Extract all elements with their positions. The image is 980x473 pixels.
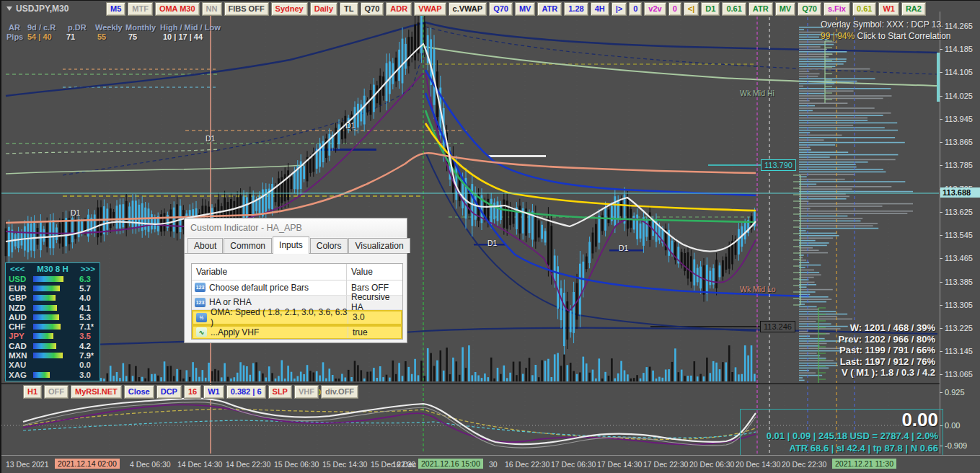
strength-value: 3.0 (69, 371, 91, 379)
time-label: 16 Dec (392, 460, 416, 469)
toolbar-button-1-28[interactable]: 1.28 (564, 2, 588, 16)
strength-bar (33, 343, 69, 349)
toolbar-button-v2v[interactable]: v2v (644, 2, 666, 16)
d1-level-label: D1 (206, 134, 215, 143)
price-level-upper-badge[interactable]: 113.790 (761, 159, 796, 171)
value-cell[interactable]: true (348, 327, 401, 339)
tab-inputs[interactable]: Inputs (273, 236, 309, 254)
time-label: 17 Dec 06:30 (551, 460, 596, 469)
value-cell[interactable]: Recursive HA (346, 296, 402, 310)
col-header: High / Mid / Low (160, 23, 221, 32)
toolbar-button-btn[interactable]: |> (612, 2, 627, 16)
correlation-overlay[interactable]: Overlay Symbol: XXX : DCP 13 99 | 94% Cl… (821, 19, 951, 42)
currency-code: XAG (9, 371, 33, 379)
toolbar-button-0-61[interactable]: 0.61 (722, 2, 746, 16)
toolbar-button-atr[interactable]: ATR (537, 2, 562, 16)
correlation-status-label: 99 | 94% Click to Start Correlation (821, 30, 951, 42)
currency-row-eur: EUR5.7 (6, 283, 100, 293)
time-label: 4 Dec 06:30 (130, 460, 171, 469)
time-label: 20 Dec 22:30 (782, 460, 826, 469)
currency-code: XAU (9, 361, 33, 369)
variable-cell: ½OMA: Speed ( 1.8, 2.1, 3.0, 3.6, 6.3 ) (193, 307, 348, 327)
tab-colors[interactable]: Colors (310, 238, 348, 253)
toolbar-button-fibs-off[interactable]: FIBS OFF (224, 2, 269, 16)
oscillator-tick: -0.909 (945, 441, 967, 450)
dialog-title: Custom Indicator - HA_APB (185, 218, 407, 237)
d1-level-label: D1 (619, 244, 628, 252)
sub-toolbar-button-off[interactable]: OFF (44, 385, 69, 399)
price-tick: 113.385 (945, 278, 973, 286)
toolbar-button-daily[interactable]: Daily (310, 2, 337, 16)
correlation-hint: Click to Start Correlation (855, 31, 950, 41)
weekly-stats-block: W: 1201 / 468 / 39%Prev: 1202 / 966 / 80… (839, 322, 935, 379)
toolbar-button-s-fix[interactable]: s.Fix (824, 2, 850, 16)
tab-visualization[interactable]: Visualization (348, 238, 410, 253)
toolbar-button-w1[interactable]: W1 (878, 2, 899, 16)
price-tick: 113.865 (945, 138, 973, 146)
sub-toolbar-button-h1[interactable]: H1 (23, 385, 42, 399)
toolbar-button-vwap[interactable]: VWAP (414, 2, 446, 16)
toolbar-button-0-61[interactable]: 0.61 (852, 2, 876, 16)
sub-toolbar-button-0-382-6[interactable]: 0.382 | 6 (226, 385, 266, 399)
toolbar-button-mv[interactable]: MV (515, 2, 536, 16)
tab-about[interactable]: About (187, 238, 223, 253)
toolbar-button-ra2[interactable]: RA2 (901, 2, 926, 16)
sub-toolbar-button-div-off[interactable]: div.OFF (321, 385, 358, 399)
indicator-info-box: 0.00 0.01 | 0.09 | 245.18 USD = 2787.4 |… (740, 409, 943, 456)
value-cell[interactable]: 3.0 (348, 311, 401, 324)
toolbar-button-mtf[interactable]: MTF (128, 2, 153, 16)
strength-bar (33, 333, 69, 339)
prev-period-button[interactable]: <<< (10, 265, 25, 273)
next-period-button[interactable]: >>> (81, 265, 95, 273)
input-row-oma-speed-1-8-2-1-3-0-3-6-6-3[interactable]: ½OMA: Speed ( 1.8, 2.1, 3.0, 3.6, 6.3 )3… (192, 310, 402, 325)
toolbar-button-tl[interactable]: TL (340, 2, 358, 16)
toolbar-button-q70[interactable]: Q70 (361, 2, 384, 16)
toolbar-button-d1[interactable]: D1 (701, 2, 720, 16)
input-row-apply-vhf[interactable]: ∿...Apply VHFtrue (192, 325, 402, 340)
price-level-lower-badge[interactable]: 113.246 (760, 321, 795, 332)
sub-toolbar-button-close[interactable]: Close (124, 385, 154, 399)
volume-bars (5, 345, 756, 381)
toolbar-button-q70[interactable]: Q70 (489, 2, 513, 16)
variable-name: HA or RHA (209, 297, 252, 307)
chart-window-title[interactable]: USDJPY,M30 (6, 4, 69, 14)
sub-toolbar-button-dcp[interactable]: DCP (156, 385, 182, 399)
toolbar-button-oma-m30[interactable]: OMA M30 (155, 2, 200, 16)
overlay-symbol-label: Overlay Symbol: XXX : DCP 13 (821, 19, 951, 30)
variable-column-header: Variable (192, 264, 346, 280)
scale-highlight-bar (937, 53, 940, 102)
sub-toolbar-button-vhf[interactable]: VHF (294, 385, 319, 399)
currency-code: AUD (9, 313, 33, 322)
sub-toolbar-button-myrsi-net[interactable]: MyRSI.NET (71, 385, 122, 399)
currency-row-chf: CHF7.1* (6, 322, 100, 331)
toolbar-button-btn[interactable]: <| (684, 2, 699, 16)
toolbar-button-c-vwap[interactable]: c.VWAP (449, 2, 487, 16)
variable-cell: 123Choose default price Bars (192, 283, 346, 293)
toolbar-button-0[interactable]: 0 (629, 2, 642, 16)
dialog-tabs: AboutCommonInputsColorsVisualization (185, 237, 407, 254)
col-value: 75 (128, 32, 137, 41)
toolbar-button-adr[interactable]: ADR (386, 2, 412, 16)
time-axis[interactable]: 13 Dec 20212021.12.14 02:004 Dec 06:3014… (1, 455, 980, 473)
inputs-table-rows: 123Choose default price BarsBars OFF123H… (192, 280, 402, 340)
toolbar-button-atr[interactable]: ATR (749, 2, 773, 16)
currency-row-gbp: GBP4.0 (6, 293, 100, 303)
toolbar-button-q70[interactable]: Q70 (798, 2, 821, 16)
strength-value: 6.3 (69, 275, 91, 283)
strength-value: 7.9 (69, 351, 91, 360)
toolbar-button-sydney[interactable]: Sydney (271, 2, 308, 16)
sub-window-toolbar: H1OFFMyRSI.NETCloseDCP16W10.382 | 6SLPVH… (23, 385, 358, 399)
toolbar-button-4h[interactable]: 4H (591, 2, 609, 16)
sub-toolbar-button-w1[interactable]: W1 (203, 385, 224, 399)
tab-common[interactable]: Common (224, 238, 272, 253)
price-tick: 113.065 (945, 370, 973, 379)
sub-toolbar-button-16[interactable]: 16 (184, 385, 201, 399)
strength-value: 0.0 (69, 361, 91, 369)
toolbar-button-nn[interactable]: NN (202, 2, 222, 16)
toolbar-button-mv[interactable]: MV (775, 2, 796, 16)
toolbar-button-m5[interactable]: M5 (106, 2, 125, 16)
price-scale[interactable]: 113.688 114.265114.185114.105114.025113.… (940, 12, 980, 454)
stats-line: W: 1201 / 468 / 39% (839, 322, 935, 334)
toolbar-button-0[interactable]: 0 (668, 2, 681, 16)
sub-toolbar-button-slp[interactable]: SLP (268, 385, 292, 399)
